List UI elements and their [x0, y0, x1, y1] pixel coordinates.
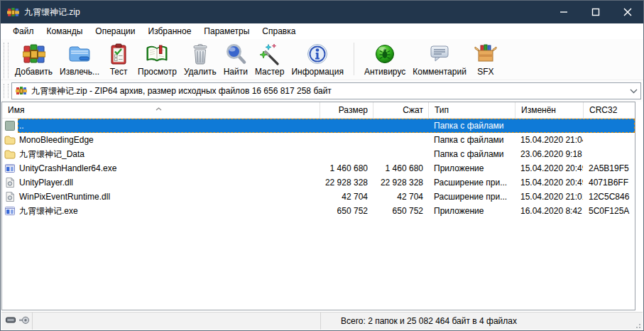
- add-archive-icon: [22, 42, 46, 66]
- extract-icon: [67, 42, 92, 66]
- winrar-window: { "window": { "title": "九霄缳神记.zip" }, "m…: [0, 0, 644, 331]
- toolbar-label: Информация: [291, 67, 343, 77]
- file-packed: 1 460 680: [373, 163, 428, 173]
- winrar-app-icon: [7, 6, 19, 18]
- menu-operations[interactable]: Операции: [89, 23, 141, 39]
- close-button[interactable]: [611, 1, 643, 23]
- status-total-section: Всего: 2 папок и 25 082 464 байт в 4 фай…: [321, 313, 643, 330]
- file-type: Папка с файлами: [428, 149, 515, 159]
- test-button[interactable]: Тест: [103, 41, 134, 77]
- column-header-modified[interactable]: Изменён: [515, 102, 583, 118]
- file-type: Расширение при...: [428, 192, 515, 202]
- file-type: Папка с файлами: [428, 135, 515, 145]
- toolbar-label: Мастер: [255, 67, 285, 77]
- file-name: UnityCrashHandler64.exe: [18, 163, 320, 173]
- file-crc32: 2A5B19F5: [583, 163, 635, 173]
- file-size: 42 704: [320, 192, 373, 202]
- minimize-icon: [560, 8, 568, 16]
- file-type: Расширение при...: [428, 178, 515, 188]
- file-name: UnityPlayer.dll: [18, 178, 320, 188]
- file-modified: 15.04.2020 20:49: [515, 178, 583, 188]
- file-modified: 15.04.2020 21:04: [515, 135, 583, 145]
- delete-button[interactable]: Удалить: [180, 41, 220, 77]
- minimize-button[interactable]: [547, 1, 579, 23]
- find-button[interactable]: Найти: [220, 41, 251, 77]
- menu-options[interactable]: Параметры: [197, 23, 256, 39]
- close-icon: [623, 8, 632, 16]
- maximize-icon: [591, 8, 600, 16]
- column-header-packed[interactable]: Сжат: [373, 102, 428, 118]
- antivirus-button[interactable]: Антивирус: [361, 41, 409, 77]
- status-bar: Всего: 2 папок и 25 082 464 байт в 4 фай…: [1, 312, 643, 330]
- file-crc32: 5C0F125A: [583, 206, 635, 216]
- add-button[interactable]: Добавить: [11, 41, 56, 77]
- comment-button[interactable]: Комментарий: [409, 41, 470, 77]
- file-modified: 23.06.2020 9:18: [515, 149, 583, 159]
- file-size: 650 752: [320, 206, 373, 216]
- address-bar-row: 九霄缳神记.zip - ZIP64 архив, размер исходных…: [1, 80, 643, 102]
- table-row[interactable]: WinPixEventRuntime.dll 42 704 42 704 Рас…: [2, 190, 635, 204]
- file-packed: 650 752: [373, 206, 428, 216]
- find-icon: [224, 42, 248, 66]
- folder-up-icon: [2, 120, 18, 131]
- view-button[interactable]: Просмотр: [134, 41, 180, 77]
- resize-grip[interactable]: [634, 321, 641, 328]
- column-header-type[interactable]: Тип: [428, 102, 515, 118]
- toolbar-label: SFX: [477, 67, 493, 77]
- file-name: ..: [18, 121, 320, 131]
- comment-icon: [427, 42, 452, 66]
- toolbar-label: Добавить: [15, 67, 53, 77]
- file-modified: 16.04.2020 8:42: [515, 206, 583, 216]
- wizard-button[interactable]: Мастер: [251, 41, 288, 77]
- file-modified: 15.04.2020 21:01: [515, 192, 583, 202]
- test-icon: [107, 42, 131, 66]
- sfx-button[interactable]: SFX: [470, 41, 501, 77]
- extract-button[interactable]: Извлечь...: [56, 41, 103, 77]
- sort-ascending-icon: [155, 103, 162, 113]
- info-button[interactable]: Информация: [288, 41, 346, 77]
- table-row[interactable]: 九霄缳神记.exe 650 752 650 752 Приложение 16.…: [2, 204, 635, 218]
- toolbar-label: Антивирус: [364, 67, 405, 77]
- status-icons-section: [1, 313, 33, 330]
- table-row[interactable]: MonoBleedingEdge Папка с файлами 15.04.2…: [2, 133, 635, 147]
- toolbar: Добавить Извлечь... Тест Просмотр Удалит…: [1, 39, 643, 80]
- menu-commands[interactable]: Команды: [40, 23, 89, 39]
- column-header-size[interactable]: Размер: [320, 102, 373, 118]
- key-icon[interactable]: [6, 316, 16, 326]
- window-title: 九霄缳神记.zip: [24, 6, 547, 18]
- disc-icon[interactable]: [19, 316, 30, 327]
- menu-file[interactable]: Файл: [6, 23, 40, 39]
- sfx-icon: [474, 42, 498, 66]
- exe-file-icon: [2, 163, 18, 174]
- file-size: 22 928 328: [320, 178, 373, 188]
- antivirus-icon: [373, 42, 397, 66]
- table-row[interactable]: UnityPlayer.dll 22 928 328 22 928 328 Ра…: [2, 175, 635, 190]
- chevron-down-icon[interactable]: [630, 86, 638, 96]
- table-row[interactable]: .. Папка с файлами: [2, 119, 635, 133]
- file-name: MonoBleedingEdge: [18, 135, 320, 145]
- dll-file-icon: [2, 177, 18, 188]
- column-header-crc32[interactable]: CRC32: [583, 102, 635, 118]
- address-bar-grip[interactable]: [4, 84, 9, 98]
- file-modified: 15.04.2020 20:49: [515, 163, 583, 173]
- file-crc32: 12C5C846: [583, 192, 635, 202]
- menu-bar: Файл Команды Операции Избранное Параметр…: [1, 23, 643, 39]
- winrar-archive-icon: [16, 85, 27, 97]
- wizard-icon: [258, 42, 282, 66]
- maximize-button[interactable]: [579, 1, 611, 23]
- table-row[interactable]: UnityCrashHandler64.exe 1 460 680 1 460 …: [2, 161, 635, 175]
- status-total-text: Всего: 2 папок и 25 082 464 байт в 4 фай…: [341, 316, 517, 326]
- file-name: 九霄缳神记.exe: [18, 205, 320, 217]
- toolbar-grip[interactable]: [4, 43, 9, 78]
- toolbar-separator: [354, 43, 354, 75]
- menu-favorites[interactable]: Избранное: [142, 23, 198, 39]
- toolbar-label: Найти: [224, 67, 248, 77]
- status-middle-section: [33, 313, 321, 330]
- file-packed: 22 928 328: [373, 178, 428, 188]
- table-row[interactable]: 九霄缳神记_Data Папка с файлами 23.06.2020 9:…: [2, 147, 635, 161]
- folder-icon: [2, 134, 18, 146]
- file-name: 九霄缳神记_Data: [18, 148, 320, 161]
- file-type: Приложение: [428, 163, 515, 173]
- archive-path-combobox[interactable]: 九霄缳神记.zip - ZIP64 архив, размер исходных…: [11, 82, 641, 99]
- menu-help[interactable]: Справка: [256, 23, 302, 39]
